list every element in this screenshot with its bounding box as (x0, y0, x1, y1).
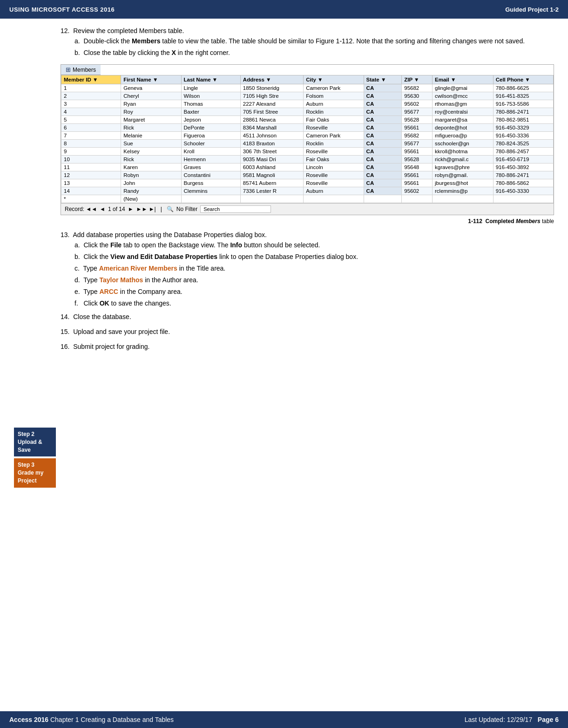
table-cell (493, 195, 553, 203)
table-cell (304, 195, 364, 203)
col-zip: ZIP ▼ (402, 75, 433, 84)
table-cell: John (121, 179, 181, 187)
table-cell: 780-824-3525 (493, 140, 553, 148)
step-12-label: 12. Review the completed Members table. (61, 27, 554, 34)
table-cell: 95661 (402, 124, 433, 132)
table-cell: 9 (61, 148, 121, 156)
step-13a: a. Click the File tab to open the Backst… (74, 240, 554, 250)
table-cell: 780-886-5862 (493, 179, 553, 187)
table-cell: CA (364, 116, 402, 124)
table-cell: Wilson (181, 92, 240, 100)
table-cell: Rick (121, 156, 181, 163)
step-13b: b. Click the View and Edit Database Prop… (74, 252, 554, 262)
table-cell: (New) (121, 195, 181, 203)
table-cell: Clemmins (181, 187, 240, 195)
table-cell: CA (364, 140, 402, 148)
table-cell: 916-450-3892 (493, 163, 553, 171)
table-cell: jburgess@hot (433, 179, 494, 187)
table-cell: 9035 Masi Dri (240, 156, 303, 163)
table-cell: 95682 (402, 84, 433, 92)
step-item-15: 15. Upload and save your project file. (61, 328, 554, 335)
col-member-id: Member ID ▼ (61, 75, 121, 84)
table-cell: 1850 Stoneridg (240, 84, 303, 92)
table-cell: 916-450-3336 (493, 132, 553, 140)
table-cell: 28861 Newca (240, 116, 303, 124)
step-13-label: 13. Add database properties using the Da… (61, 231, 554, 238)
table-cell: Sue (121, 140, 181, 148)
table-cell: 916-450-3329 (493, 124, 553, 132)
figure-number: 1-112 Completed (468, 218, 516, 225)
nav-separator: | (161, 206, 162, 212)
col-last-name: Last Name ▼ (181, 75, 240, 84)
table-cell: Roseville (304, 148, 364, 156)
col-email: Email ▼ (433, 75, 494, 84)
table-cell: Schooler (181, 140, 240, 148)
table-cell: CA (364, 187, 402, 195)
table-row: 11KarenGraves6003 AshlandLincolnCA95648k… (61, 163, 554, 171)
nav-search-input[interactable] (200, 205, 271, 213)
table-cell: DePonte (181, 124, 240, 132)
table-cell: Lincoln (304, 163, 364, 171)
table-cell: CA (364, 148, 402, 156)
step-14-label: 14. Close the database. (61, 313, 554, 320)
table-cell: 95661 (402, 171, 433, 179)
table-cell: Fair Oaks (304, 116, 364, 124)
col-first-name: First Name ▼ (121, 75, 181, 84)
table-cell: Jepson (181, 116, 240, 124)
table-cell: 95677 (402, 140, 433, 148)
table-cell: glingle@gmai (433, 84, 494, 92)
members-table-container: ⊞ Members Member ID ▼ First Name ▼ Last … (61, 64, 554, 215)
table-cell: 705 First Stree (240, 108, 303, 116)
x-bold: X (172, 49, 176, 56)
table-cell: 95648 (402, 163, 433, 171)
steps-sidebar: Step 2Upload &Save Step 3Grade myProject (14, 27, 56, 489)
table-cell: CA (364, 108, 402, 116)
table-cell: 8 (61, 140, 121, 148)
table-cell: rickh@gmail.c (433, 156, 494, 163)
table-cell: 4183 Braxton (240, 140, 303, 148)
nav-prev[interactable]: ◄ (100, 206, 105, 212)
table-row: 5MargaretJepson28861 NewcaFair OaksCA956… (61, 116, 554, 124)
header-subtitle: Guided Project 1-2 (505, 6, 559, 13)
members-table: Member ID ▼ First Name ▼ Last Name ▼ Add… (61, 75, 554, 203)
table-cell: Melanie (121, 132, 181, 140)
nav-first: Record: ◄◄ (65, 206, 97, 212)
table-cell: kkroll@hotma (433, 148, 494, 156)
file-bold: File (110, 241, 122, 249)
table-cell: Geneva (121, 84, 181, 92)
table-cell (402, 195, 433, 203)
table-cell: Burgess (181, 179, 240, 187)
table-cell (364, 195, 402, 203)
table-cell: 6003 Ashland (240, 163, 303, 171)
table-cell: CA (364, 124, 402, 132)
header-title: USING MICROSOFT ACCESS 2016 (9, 6, 115, 13)
table-new-row: *(New) (61, 195, 554, 203)
info-bold: Info (230, 241, 242, 249)
nav-next[interactable]: ► (128, 206, 134, 212)
table-cell: CA (364, 100, 402, 108)
nav-last[interactable]: ►► ►| (136, 206, 156, 212)
nav-record-text: 1 of 14 (108, 206, 125, 212)
table-cell: mfigueroa@p (433, 132, 494, 140)
table-cell: 95628 (402, 156, 433, 163)
table-cell: 8364 Marshall (240, 124, 303, 132)
table-cell: Kroll (181, 148, 240, 156)
table-cell: rclemmins@p (433, 187, 494, 195)
table-cell: 306 7th Street (240, 148, 303, 156)
table-cell: Rocklin (304, 140, 364, 148)
table-cell: Cheryl (121, 92, 181, 100)
table-cell: 916-753-5586 (493, 100, 553, 108)
table-cell: 7105 High Stre (240, 92, 303, 100)
table-cell: 95661 (402, 148, 433, 156)
step-item-16: 16. Submit project for grading. (61, 343, 554, 350)
footer-access-bold: Access 2016 (9, 716, 48, 723)
table-cell: margaret@sa (433, 116, 494, 124)
table-cell: Ryan (121, 100, 181, 108)
table-row: 9KelseyKroll306 7th StreetRosevilleCA956… (61, 148, 554, 156)
table-row: 14RandyClemmins7336 Lester RAuburnCA9560… (61, 187, 554, 195)
col-address: Address ▼ (240, 75, 303, 84)
table-cell: Roy (121, 108, 181, 116)
col-city: City ▼ (304, 75, 364, 84)
table-cell: Baxter (181, 108, 240, 116)
table-row: 2CherylWilson7105 High StreFolsomCA95630… (61, 92, 554, 100)
